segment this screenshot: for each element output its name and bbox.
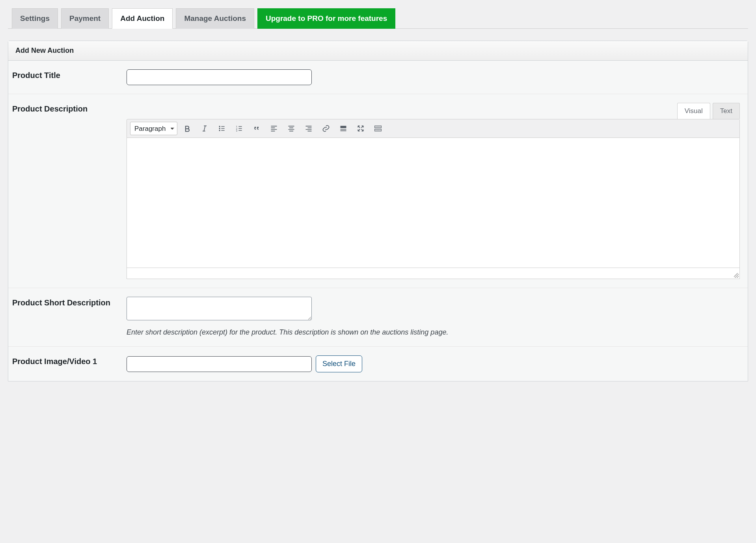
panel-title: Add New Auction (8, 41, 748, 61)
editor-content[interactable] (127, 138, 740, 268)
insert-more-icon[interactable] (336, 122, 351, 135)
align-left-icon[interactable] (266, 122, 281, 135)
format-select[interactable]: Paragraph (130, 122, 177, 135)
fullscreen-icon[interactable] (353, 122, 368, 135)
svg-point-1 (219, 128, 220, 129)
italic-icon[interactable] (197, 122, 212, 135)
short-description-input[interactable] (127, 297, 312, 320)
tab-add-auction[interactable]: Add Auction (112, 8, 173, 29)
editor-statusbar (127, 268, 740, 279)
row-image-video: Product Image/Video 1 Select File (8, 347, 748, 381)
row-product-title: Product Title (8, 61, 748, 94)
quote-icon[interactable] (249, 122, 264, 135)
align-right-icon[interactable] (301, 122, 316, 135)
svg-point-2 (219, 130, 220, 131)
editor-visual-tab[interactable]: Visual (677, 103, 710, 119)
image-path-input[interactable] (127, 356, 312, 372)
product-description-label: Product Description (8, 103, 127, 113)
tab-settings[interactable]: Settings (12, 8, 58, 29)
tab-manage-auctions[interactable]: Manage Auctions (176, 8, 254, 29)
svg-point-0 (219, 126, 220, 127)
svg-rect-6 (341, 126, 346, 128)
row-short-description: Product Short Description Enter short de… (8, 288, 748, 347)
link-icon[interactable] (318, 122, 333, 135)
product-title-label: Product Title (8, 69, 127, 80)
short-description-label: Product Short Description (8, 297, 127, 307)
bullet-list-icon[interactable] (214, 122, 229, 135)
editor-toolbar: Paragraph 123 (127, 119, 740, 138)
row-product-description: Product Description Visual Text Paragrap… (8, 94, 748, 288)
add-auction-panel: Add New Auction Product Title Product De… (8, 41, 748, 381)
align-center-icon[interactable] (284, 122, 299, 135)
rich-editor: Visual Text Paragraph 123 (127, 103, 740, 279)
tab-bar: Settings Payment Add Auction Manage Auct… (8, 8, 748, 29)
image-video-label: Product Image/Video 1 (8, 355, 127, 366)
svg-text:3: 3 (236, 130, 237, 132)
bold-icon[interactable] (180, 122, 195, 135)
number-list-icon[interactable]: 123 (232, 122, 247, 135)
tab-upgrade-pro[interactable]: Upgrade to PRO for more features (257, 8, 395, 29)
short-description-hint: Enter short description (excerpt) for th… (127, 327, 740, 338)
toolbar-toggle-icon[interactable] (371, 122, 385, 135)
select-file-button[interactable]: Select File (316, 355, 362, 372)
tab-payment[interactable]: Payment (61, 8, 109, 29)
product-title-input[interactable] (127, 69, 312, 85)
editor-text-tab[interactable]: Text (713, 103, 740, 119)
